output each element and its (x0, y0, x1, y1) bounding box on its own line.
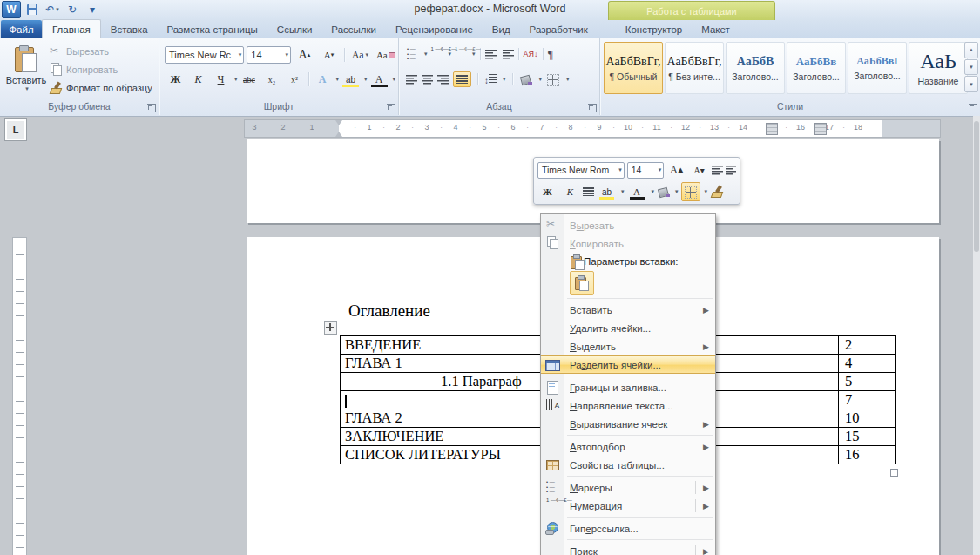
change-case-button[interactable]: Аа▾ (349, 45, 371, 64)
underline-button[interactable]: Ч (210, 70, 232, 89)
style-item-1[interactable]: АаБбВвГг,¶ Обычный (604, 42, 663, 94)
menu-item-гиперссылка[interactable]: Гиперссылка... (541, 519, 715, 538)
justify-button[interactable] (453, 71, 471, 88)
scrollbar-thumb[interactable] (974, 121, 979, 252)
mini-borders-button[interactable] (681, 182, 700, 201)
menu-item-автоподбор[interactable]: Автоподбор▶ (541, 437, 715, 456)
decrease-indent-button[interactable] (485, 50, 497, 59)
document-heading[interactable]: Оглавление (348, 301, 430, 321)
subscript-button[interactable]: x₂ (261, 70, 283, 89)
menu-item-вырезать[interactable]: Вырезать (541, 216, 715, 234)
toc-cell-page[interactable]: 10 (839, 409, 896, 428)
ruler-table-column-marker[interactable] (814, 123, 827, 135)
style-item-6[interactable]: АаЬНазвание (909, 42, 968, 94)
tab-рассылки[interactable]: Рассылки (321, 20, 386, 38)
gallery-up-button[interactable]: ▲ (964, 42, 978, 58)
align-right-button[interactable] (437, 75, 449, 85)
paste-dropdown-arrow[interactable]: ▾ (25, 85, 29, 92)
table-move-handle[interactable] (324, 321, 337, 335)
gallery-down-button[interactable]: ▼ (964, 59, 978, 76)
font-dialog-launcher[interactable] (387, 104, 395, 112)
gallery-more-button[interactable]: ▼ (964, 76, 978, 92)
style-item-2[interactable]: АаБбВвГг,¶ Без инте... (665, 42, 724, 94)
tab-конструктор[interactable]: Конструктор (616, 20, 693, 38)
toc-cell-page[interactable]: 16 (839, 446, 896, 464)
tab-главная[interactable]: Главная (42, 19, 101, 38)
menu-item-копировать[interactable]: Копировать (541, 234, 715, 253)
mini-shrink-font-button[interactable]: A▾ (689, 161, 709, 179)
style-item-3[interactable]: АаБбВЗаголово... (726, 42, 785, 94)
mini-shading-button[interactable] (657, 185, 671, 199)
italic-button[interactable]: К (187, 70, 209, 89)
tab-макет[interactable]: Макет (692, 20, 740, 38)
shading-dropdown[interactable]: ▾ (539, 76, 543, 83)
shrink-font-button[interactable]: A▾ (318, 45, 340, 64)
tab-stop-selector[interactable]: L (4, 118, 27, 141)
mini-bold-button[interactable]: Ж (537, 183, 558, 201)
mini-increase-indent-button[interactable] (726, 166, 736, 175)
align-center-button[interactable] (422, 75, 433, 85)
borders-dropdown[interactable]: ▾ (566, 76, 570, 83)
copy-button[interactable]: Копировать (49, 62, 152, 77)
style-item-4[interactable]: АаБбВвЗаголово... (787, 42, 846, 94)
vertical-scrollbar[interactable] (973, 116, 980, 555)
align-left-button[interactable] (406, 75, 417, 85)
menu-item-вставить[interactable]: Вставить▶ (541, 301, 715, 319)
style-item-5[interactable]: АаБбВвІЗаголово... (848, 42, 907, 94)
mini-grow-font-button[interactable]: A▴ (666, 161, 686, 179)
line-spacing-dropdown[interactable]: ▾ (503, 76, 506, 83)
underline-dropdown[interactable]: ▾ (234, 76, 238, 83)
numbering-button[interactable] (430, 47, 444, 61)
show-marks-button[interactable]: ¶ (548, 48, 554, 61)
menu-item-поиск[interactable]: Поиск▶ (541, 542, 715, 555)
tab-вставка[interactable]: Вставка (101, 20, 158, 38)
bullets-button[interactable] (406, 47, 420, 61)
mini-font-size-select[interactable]: 14▾ (627, 162, 664, 179)
mini-italic-button[interactable]: К (560, 183, 580, 201)
shading-button[interactable] (519, 72, 533, 86)
line-spacing-button[interactable]: ↕ (484, 74, 497, 85)
font-color-dropdown[interactable]: ▾ (393, 76, 396, 83)
tab-рецензирование[interactable]: Рецензирование (386, 20, 483, 38)
font-name-select[interactable]: Times New Rc▾ (165, 46, 244, 64)
toc-cell-page[interactable]: 15 (839, 428, 896, 446)
increase-indent-button[interactable] (503, 50, 514, 59)
styles-dialog-launcher[interactable] (969, 104, 977, 112)
clipboard-dialog-launcher[interactable] (147, 104, 156, 112)
menu-item-свойства-таблицы[interactable]: Свойства таблицы... (541, 456, 715, 474)
vertical-ruler[interactable] (12, 237, 27, 555)
toc-cell-page[interactable]: 4 (839, 355, 896, 373)
mini-highlight-button[interactable]: ab (597, 183, 617, 201)
menu-item-выравнивание-ячеек[interactable]: Выравнивание ячеек▶ (541, 415, 715, 433)
ruler-table-column-marker[interactable] (766, 123, 778, 135)
clear-formatting-button[interactable]: Aa (374, 45, 398, 64)
menu-item-разделить-ячейки[interactable]: Разделить ячейки... (541, 355, 715, 374)
tab-разработчик[interactable]: Разработчик (520, 20, 598, 38)
toc-cell-page[interactable]: 5 (839, 373, 896, 391)
mini-font-name-select[interactable]: Times New Rom▾ (537, 162, 625, 179)
menu-item-нумерация[interactable]: Нумерация▶ (541, 497, 715, 515)
tab-разметка-страницы[interactable]: Разметка страницы (158, 20, 267, 38)
toc-subcell-empty[interactable] (341, 373, 436, 391)
bullets-dropdown[interactable]: ▾ (424, 51, 428, 58)
mini-decrease-indent-button[interactable] (712, 166, 722, 175)
strikethrough-button[interactable]: abc (239, 70, 260, 89)
paste-option-keep-formatting-button[interactable] (570, 271, 594, 295)
menu-item-направление-текста[interactable]: Направление текста... (541, 396, 715, 415)
table-resize-handle[interactable] (890, 469, 898, 477)
indent-markers[interactable] (335, 120, 344, 137)
paste-button[interactable]: Вставить ▾ (6, 42, 46, 99)
tab-вид[interactable]: Вид (483, 20, 520, 38)
text-effects-button[interactable]: А (312, 70, 334, 89)
font-color-button[interactable]: А (368, 70, 390, 89)
toc-cell-page[interactable]: 2 (839, 336, 896, 355)
toc-cell-page[interactable]: 7 (839, 391, 896, 409)
menu-item-маркеры[interactable]: Маркеры▶ (541, 478, 715, 497)
borders-button[interactable] (546, 72, 560, 86)
paragraph-dialog-launcher[interactable] (588, 104, 597, 112)
mini-format-painter-button[interactable] (710, 185, 724, 199)
bold-button[interactable]: Ж (165, 70, 186, 89)
format-painter-button[interactable]: Формат по образцу (49, 80, 152, 95)
mini-font-color-button[interactable]: А (627, 183, 647, 201)
text-effects-dropdown[interactable]: ▾ (336, 76, 340, 83)
